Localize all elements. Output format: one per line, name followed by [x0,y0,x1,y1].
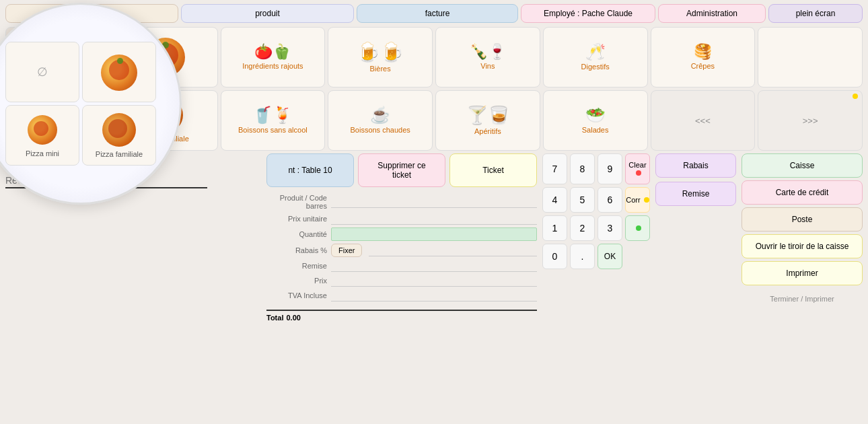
nav-facture-button[interactable]: facture [357,4,518,23]
prix-unitaire-label: Prix unitaire [266,215,327,223]
num-5-button[interactable]: 5 [570,187,595,213]
category-ingredients[interactable]: 🍅🫑 Ingrédients rajouts [221,27,326,87]
fixer-button[interactable]: Fixer [331,244,362,257]
bottom-section: ∅ Pizza mini [0,151,868,324]
corr-button[interactable]: Corr [625,187,650,213]
clear-dot [636,170,641,176]
category-boissons-sans-label: Boissons sans alcool [236,125,310,135]
vins-image: 🍾🍷 [470,43,506,61]
prix-unitaire-input[interactable] [331,213,537,225]
prix-label: Prix [266,277,327,285]
num-7-button[interactable]: 7 [542,153,567,184]
remise-input[interactable] [331,260,537,272]
order-form: Produit / Code barres Prix unitaire Quan… [266,194,537,302]
num-8-button[interactable]: 8 [570,153,595,184]
quantite-row: Quantité [266,227,537,241]
total-row: Total 0.00 [266,310,537,322]
middle-panel: nt : Table 10 Supprimer ce ticket Ticket… [266,153,537,322]
num-6-button[interactable]: 6 [598,187,622,213]
mag-pizza-familiale-cell: Pizza familiale [82,105,156,166]
rabais-button[interactable]: Rabais [655,153,736,178]
aperitifs-image: 🍸🥃 [466,105,509,126]
remise-form-label: Remise [266,262,327,270]
rabais-label: Rabais % [266,246,327,254]
dot-button[interactable]: . [570,244,595,269]
category-vins-label: Vins [478,61,497,71]
magnifier-content: ∅ Pizza mini [0,28,170,179]
next-arrow-label: >>> [803,116,818,126]
prev-arrow-label: <<< [695,116,711,126]
carte-credit-button[interactable]: Carte de crédit [742,180,863,205]
corr-dot [644,197,649,203]
terminer-button[interactable]: Terminer / Imprimer [742,288,863,310]
remise-row: Remise [266,260,537,272]
produit-input[interactable] [331,196,537,208]
num-1-button[interactable]: 1 [542,215,567,241]
mag-pizza-large-image [98,55,140,90]
imprimer-button[interactable]: Imprimer [742,261,863,285]
category-vins[interactable]: 🍾🍷 Vins [435,27,540,87]
salades-image: 🥗 [585,106,606,125]
num-3-button[interactable]: 3 [598,215,622,241]
remise-button[interactable]: Remise [655,182,736,206]
nav-plein-ecran-button[interactable]: plein écran [768,4,863,23]
produit-row: Produit / Code barres [266,194,537,210]
category-digestifs[interactable]: 🥂 Digestifs [543,27,648,87]
num-2-button[interactable]: 2 [570,215,595,241]
ok-button[interactable]: OK [598,244,622,269]
rabais-input[interactable] [369,244,537,256]
boissons-sans-image: 🥤🍹 [252,106,293,125]
num-9-button[interactable]: 9 [598,153,622,184]
rabais-row: Rabais % Fixer [266,244,537,257]
prix-input[interactable] [331,275,537,287]
bieres-image: 🍺🍺 [357,41,404,63]
num-4-button[interactable]: 4 [542,187,567,213]
ouvrir-tiroir-button[interactable]: Ouvrir le tiroir de la caisse [742,234,863,258]
mag-pizza-familiale-image [100,112,138,147]
category-bieres[interactable]: 🍺🍺 Bières [328,27,433,87]
mag-pizza-mini-cell: Pizza mini [5,105,79,166]
category-salades-label: Salades [579,125,612,135]
ticket-button[interactable]: Ticket [449,153,537,187]
digestifs-image: 🥂 [585,42,606,61]
nav-produit-button[interactable]: produit [181,4,354,23]
crepes-image: 🥞 [694,43,712,61]
caisse-button[interactable]: Caisse [742,153,863,178]
quantite-label: Quantité [266,230,327,238]
numpad-spacer [625,244,650,269]
poste-button[interactable]: Poste [742,207,863,232]
category-aperitifs[interactable]: 🍸🥃 Apéritifs [435,90,540,151]
category-next-button[interactable]: >>> [758,90,863,151]
clear-button[interactable]: Clear [625,153,650,184]
tva-input[interactable] [331,289,537,302]
category-boissons-sans[interactable]: 🥤🍹 Boissons sans alcool [221,90,326,151]
ticket-buttons-row: nt : Table 10 Supprimer ce ticket Ticket [266,153,537,187]
nav-administration-button[interactable]: Administration [658,4,766,23]
mag-pizza-mini-image [26,113,59,147]
right-actions-panel: Caisse Carte de crédit Poste Ouvrir le t… [742,153,863,322]
mag-empty-symbol: ∅ [37,65,48,79]
supprimer-ticket-button[interactable]: Supprimer ce ticket [358,153,445,187]
ingredients-image: 🍅🫑 [254,43,291,61]
mag-empty-cell: ∅ [5,42,79,102]
category-aperitifs-label: Apéritifs [472,126,504,137]
category-empty2[interactable] [758,27,863,87]
total-label: Total [266,314,283,322]
category-boissons-chaudes-label: Boissons chaudes [347,125,412,135]
quantite-input[interactable] [331,227,537,241]
category-crepes[interactable]: 🥞 Crêpes [651,27,756,87]
category-prev-button[interactable]: <<< [651,90,756,151]
category-crepes-label: Crêpes [688,61,717,71]
category-digestifs-label: Digestifs [579,61,612,72]
nav-employe-button[interactable]: Employé : Pache Claude [521,4,655,23]
numpad-grid: 7 8 9 Clear 4 5 6 Corr 1 2 3 0 . OK [542,153,650,269]
category-salades[interactable]: 🥗 Salades [543,90,648,151]
ok-button-right[interactable] [625,215,650,241]
prix-row: Prix [266,275,537,287]
num-0-button[interactable]: 0 [542,244,567,269]
category-boissons-chaudes[interactable]: ☕ Boissons chaudes [328,90,433,151]
table-button[interactable]: nt : Table 10 [266,153,354,187]
mag-pizza-large-cell [82,42,156,102]
category-ingredients-label: Ingrédients rajouts [240,61,306,71]
prix-unitaire-row: Prix unitaire [266,213,537,225]
